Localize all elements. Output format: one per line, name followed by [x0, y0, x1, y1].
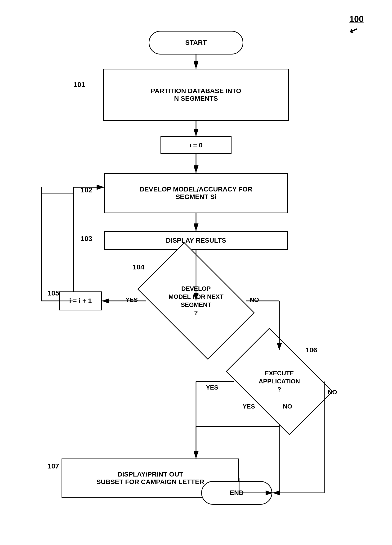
step-101-label: PARTITION DATABASE INTO N SEGMENTS [151, 87, 241, 102]
step-103-label: DISPLAY RESULTS [166, 237, 226, 244]
step-106-label: EXECUTEAPPLICATION? [259, 369, 300, 393]
step-102-label: DEVELOP MODEL/ACCURACY FOR SEGMENT Si [140, 186, 253, 201]
step-104-number: 104 [133, 263, 145, 271]
step-102-number: 102 [80, 186, 92, 194]
yes-label-106-v2: YES [206, 384, 218, 391]
step-104-label: DEVELOPMODEL FOR NEXTSEGMENT? [169, 285, 223, 317]
yes-label-104: YES [126, 296, 138, 303]
step-107-number: 107 [47, 462, 59, 470]
init-label: i = 0 [189, 142, 202, 149]
step-102-node: DEVELOP MODEL/ACCURACY FOR SEGMENT Si [104, 173, 288, 213]
start-label: START [185, 39, 207, 46]
yes-label-106: YES [243, 403, 255, 410]
step-103-node: DISPLAY RESULTS [104, 231, 288, 250]
step-104-node: DEVELOPMODEL FOR NEXTSEGMENT? [146, 268, 246, 334]
step-105-number: 105 [47, 289, 59, 297]
end-node: END [201, 481, 272, 505]
step-103-number: 103 [80, 235, 92, 243]
step-107-label: DISPLAY/PRINT OUT SUBSET FOR CAMPAIGN LE… [96, 471, 204, 486]
end-label: END [230, 489, 244, 497]
init-node: i = 0 [161, 136, 231, 154]
no-label-106: NO [283, 403, 292, 410]
figure-arrow: ↙ [348, 24, 359, 37]
step-101-number: 101 [73, 81, 85, 89]
figure-number: 100 [350, 14, 364, 24]
start-node: START [149, 31, 243, 55]
no-label-106-v2: NO [328, 389, 337, 396]
step-101-node: PARTITION DATABASE INTO N SEGMENTS [103, 69, 289, 121]
flowchart-diagram: 100 ↙ [0, 0, 392, 545]
step-105-label: i = i + 1 [69, 297, 92, 305]
step-105-node: i = i + 1 [59, 291, 102, 310]
no-label-104: NO [250, 296, 259, 303]
